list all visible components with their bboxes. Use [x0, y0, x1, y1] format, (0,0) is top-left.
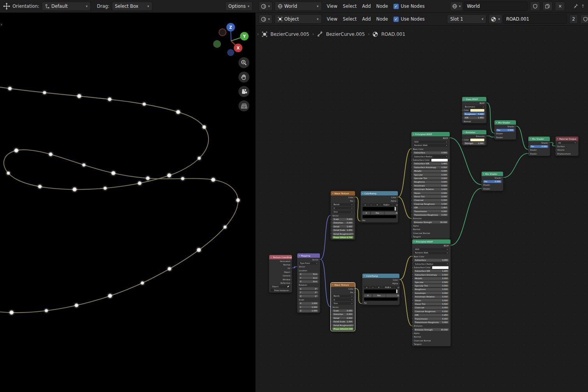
- socket-value[interactable]: [412, 310, 413, 312]
- socket-vector[interactable]: [412, 336, 413, 338]
- stop-position-value[interactable]: 0.985: [385, 212, 398, 214]
- slider-Transmission[interactable]: Transmission0.000: [413, 210, 448, 213]
- colorramp-gradient[interactable]: [362, 207, 396, 211]
- use-nodes-toggle-2[interactable]: ✓ Use Nodes: [393, 16, 425, 22]
- socket-shader[interactable]: [528, 149, 529, 151]
- slider-Scale[interactable]: Scale5.000: [332, 218, 353, 221]
- zoom-button[interactable]: [238, 57, 249, 68]
- slider-IOR[interactable]: IOR1.450: [464, 116, 485, 119]
- socket-color[interactable]: [399, 279, 399, 281]
- socket-value[interactable]: [331, 225, 332, 227]
- socket-value[interactable]: [331, 317, 332, 319]
- slider-Specular Tint[interactable]: Specular Tint0.000: [413, 177, 448, 179]
- slider-Clearcoat[interactable]: Clearcoat0.000: [414, 306, 449, 309]
- socket-value[interactable]: [411, 152, 412, 154]
- slider-Distortion[interactable]: Distortion0.000: [332, 313, 353, 316]
- socket-value[interactable]: [331, 313, 332, 315]
- socket-shader[interactable]: [482, 188, 482, 190]
- gizmo-neg-y[interactable]: [213, 40, 221, 48]
- slider-Sheen Tint[interactable]: Sheen Tint0.500: [414, 302, 449, 305]
- socket-value[interactable]: [411, 185, 412, 186]
- socket-value[interactable]: [361, 220, 362, 221]
- socket-value[interactable]: [411, 195, 412, 197]
- socket-value[interactable]: [412, 296, 413, 298]
- slider-Detail[interactable]: Detail2.000: [332, 316, 353, 319]
- node-output[interactable]: ▾Material OutputAll▾SurfaceVolumeDisplac…: [555, 136, 579, 156]
- socket-vector[interactable]: [411, 229, 412, 230]
- socket-value[interactable]: [411, 188, 412, 190]
- collapse-icon[interactable]: ▾: [496, 121, 497, 123]
- editor-type-dropdown-2[interactable]: ▾: [259, 14, 272, 24]
- dropdown-X[interactable]: X▾: [332, 298, 353, 301]
- slot-dropdown[interactable]: Slot 1 ▾: [447, 14, 486, 24]
- slider-Anisotropic Rotation[interactable]: Anisotropic Rotation0.000: [413, 188, 448, 191]
- menu-node[interactable]: Node: [374, 4, 391, 9]
- color-mode-dropdown[interactable]: RGB ▾: [381, 203, 392, 206]
- socket-value[interactable]: [412, 274, 413, 276]
- socket-color[interactable]: [354, 196, 355, 198]
- slider-Detail Scale[interactable]: Detail Scale1.000: [332, 320, 353, 323]
- slider-Subsurface Anisotropy[interactable]: Subsurface Anisotropy0.000: [413, 166, 448, 169]
- collapse-icon[interactable]: ▾: [299, 255, 300, 257]
- dropdown-Subsurface Radius[interactable]: Subsurface Radius▾: [413, 155, 448, 158]
- dropdown-Bands[interactable]: Bands▾: [332, 203, 353, 206]
- socket-vector[interactable]: [291, 260, 292, 262]
- socket-value[interactable]: [412, 281, 413, 283]
- socket-value[interactable]: [331, 328, 332, 330]
- dropdown-Sine[interactable]: Sine▾: [332, 211, 353, 213]
- slider-Transmission Roughness[interactable]: Transmission Roughness0.000: [414, 321, 449, 323]
- socket-value[interactable]: [494, 129, 495, 131]
- collapse-icon[interactable]: ▾: [557, 138, 558, 140]
- socket-color[interactable]: [412, 325, 413, 327]
- socket-vector[interactable]: [462, 120, 463, 122]
- node-title[interactable]: ▾Wave Texture: [331, 283, 355, 287]
- collapse-icon[interactable]: ▾: [271, 256, 272, 258]
- socket-color[interactable]: [411, 148, 412, 150]
- slider-Fac[interactable]: Fac0.500: [483, 180, 501, 183]
- slider-Detail Roughness[interactable]: Detail Roughness0.500: [332, 232, 353, 235]
- socket-value[interactable]: [411, 210, 412, 212]
- socket-value[interactable]: [411, 177, 412, 179]
- socket-vector[interactable]: [291, 282, 292, 284]
- slider-Z[interactable]: Z1.000: [299, 309, 318, 312]
- node-title[interactable]: ▾ColorRamp: [361, 191, 398, 195]
- socket-value[interactable]: [412, 321, 413, 323]
- menu-select[interactable]: Select: [340, 16, 359, 22]
- menu-view[interactable]: View: [324, 4, 340, 9]
- node-title[interactable]: ▾Mix Shader: [494, 120, 516, 125]
- socket-vector[interactable]: [331, 214, 332, 216]
- color-swatch[interactable]: [470, 138, 485, 142]
- gizmo-neg-z[interactable]: [227, 49, 234, 56]
- socket-value[interactable]: [331, 218, 332, 220]
- menu-add[interactable]: Add: [359, 4, 373, 9]
- slider-Specular[interactable]: Specular0.500: [413, 173, 448, 176]
- socket-vector[interactable]: [412, 263, 413, 265]
- socket-shader[interactable]: [502, 177, 503, 179]
- socket-value[interactable]: [354, 292, 355, 294]
- node-title[interactable]: ▾Emission: [462, 130, 486, 134]
- socket-vector[interactable]: [411, 236, 412, 238]
- color-swatch[interactable]: [431, 158, 448, 162]
- slider-Roughness[interactable]: Roughness0.500: [413, 181, 448, 183]
- slider-Phase Offset[interactable]: Phase Offset-4.700: [332, 236, 353, 239]
- world-name-field[interactable]: World: [464, 2, 528, 11]
- node-pbsdf_b[interactable]: ▾Principled BSDFBSDFGGX▾Random Walk▾Base…: [412, 239, 451, 346]
- slider-X[interactable]: X0°: [299, 287, 318, 290]
- menu-view[interactable]: View: [324, 16, 340, 22]
- socket-value[interactable]: [411, 199, 412, 201]
- node-title[interactable]: ▾Glass BSDF: [462, 97, 486, 101]
- interpolation-dropdown[interactable]: Linear ▾: [394, 286, 399, 288]
- node-ramp_b[interactable]: ▾ColorRampColorAlpha+−▾RGB ▾Linear ▾0Pos…: [362, 273, 400, 305]
- collapse-icon[interactable]: ▾: [332, 192, 333, 194]
- socket-vector[interactable]: [291, 271, 292, 273]
- socket-value[interactable]: [412, 314, 413, 316]
- socket-value[interactable]: [412, 259, 413, 261]
- dropdown-Y[interactable]: Y▾: [332, 207, 353, 209]
- node-ramp_t[interactable]: ▾ColorRampColorAlpha+−▾RGB ▾Linear ▾0Pos…: [360, 191, 398, 223]
- node-glass[interactable]: ▾Glass BSDFBSDFBeckmann▾ColorRoughness0.…: [462, 97, 487, 123]
- slider-Clearcoat Roughness[interactable]: Clearcoat Roughness0.030: [414, 310, 449, 313]
- node-wave_b[interactable]: ▾Wave TextureColorFacBands▾X▾Sine▾Vector…: [330, 282, 355, 331]
- use-nodes-checkbox[interactable]: ✓: [393, 4, 399, 9]
- add-stop-button[interactable]: +: [362, 203, 368, 206]
- socket-value[interactable]: [412, 288, 413, 290]
